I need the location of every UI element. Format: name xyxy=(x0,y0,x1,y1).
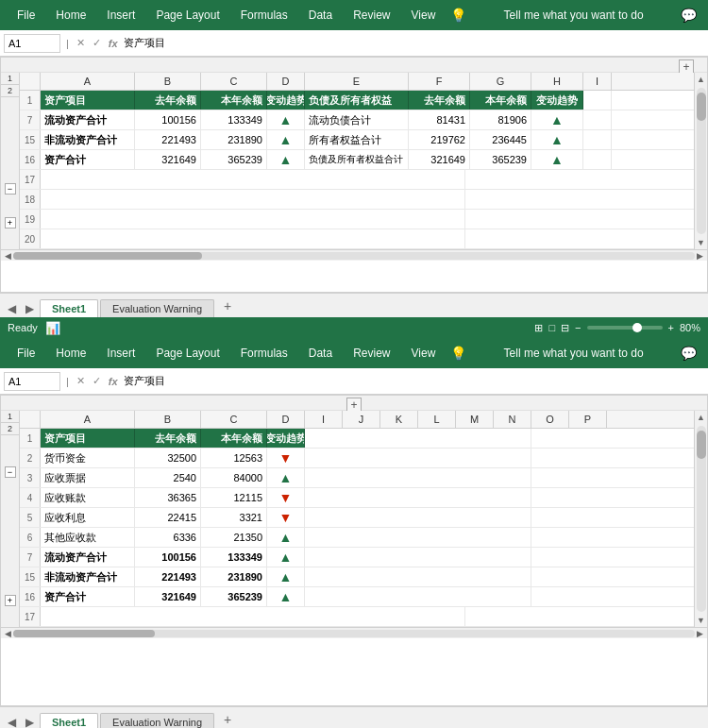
cell-B16-top[interactable]: 321649 xyxy=(135,150,201,169)
tell-me-box-bottom[interactable]: Tell me what you want to do xyxy=(472,347,675,360)
hscrollbar-top[interactable]: ◀ ▶ xyxy=(1,249,707,261)
cell-C1-bottom[interactable]: 本年余额 xyxy=(201,429,267,448)
cell-B15-bottom[interactable]: 221493 xyxy=(135,567,201,586)
col-N-bottom[interactable]: N xyxy=(494,411,531,428)
cell-E7-top[interactable]: 流动负债合计 xyxy=(305,110,409,129)
file-menu[interactable]: File xyxy=(8,5,44,25)
zoom-slider-top[interactable] xyxy=(587,326,663,330)
cell-D15-top[interactable]: ▲ xyxy=(267,130,305,149)
cell-C1-top[interactable]: 本年余额 xyxy=(201,91,267,110)
cell-D2-bottom[interactable]: ▼ xyxy=(267,449,305,467)
col-M-bottom[interactable]: M xyxy=(456,411,494,428)
cell-G15-top[interactable]: 236445 xyxy=(470,130,531,149)
cell-C15-bottom[interactable]: 231890 xyxy=(201,567,267,586)
cell-F16-top[interactable]: 321649 xyxy=(409,150,470,169)
sheet1-tab-bottom[interactable]: Sheet1 xyxy=(40,713,98,728)
cell-D1-top[interactable]: 变动趋势 xyxy=(267,91,305,110)
expand-btn2-top[interactable]: + xyxy=(5,217,16,229)
col-P-bottom[interactable]: P xyxy=(569,411,607,428)
insert-menu-bottom[interactable]: Insert xyxy=(97,343,144,364)
cell-E1-top[interactable]: 负债及所有者权益 xyxy=(305,91,409,110)
cell-H15-top[interactable]: ▲ xyxy=(531,130,583,149)
cell-A1-top[interactable]: 资产项目 xyxy=(41,91,135,110)
cell-B7-top[interactable]: 100156 xyxy=(135,110,201,129)
cell-C3-bottom[interactable]: 84000 xyxy=(201,468,267,487)
col-F-top[interactable]: F xyxy=(409,73,470,90)
cell-C7-bottom[interactable]: 133349 xyxy=(201,548,267,567)
col-A-top[interactable]: A xyxy=(41,73,135,90)
confirm-icon[interactable]: ✓ xyxy=(93,37,101,49)
cell-D7-top[interactable]: ▲ xyxy=(267,110,305,129)
tabs-nav-left-top[interactable]: ◀ xyxy=(4,300,20,317)
cell-B1-bottom[interactable]: 去年余额 xyxy=(135,429,201,448)
cell-B6-bottom[interactable]: 6336 xyxy=(135,528,201,547)
vscrollbar-bottom[interactable]: ▲ ▼ xyxy=(694,411,707,627)
cell-D4-bottom[interactable]: ▼ xyxy=(267,488,305,507)
level-2-bottom[interactable]: 2 xyxy=(1,423,19,435)
level-2-top[interactable]: 2 xyxy=(1,85,19,97)
col-D-top[interactable]: D xyxy=(267,73,305,90)
hscrollbar-bottom[interactable]: ◀ ▶ xyxy=(1,627,707,638)
cell-A7-top[interactable]: 流动资产合计 xyxy=(41,110,135,129)
sheet1-tab-top[interactable]: Sheet1 xyxy=(40,299,98,317)
tabs-nav-left-bottom[interactable]: ◀ xyxy=(4,714,20,728)
page-view-icon-top[interactable]: □ xyxy=(548,322,555,333)
col-H-top[interactable]: H xyxy=(531,73,583,90)
vscrollbar-top[interactable]: ▲ ▼ xyxy=(694,73,707,249)
col-B-bottom[interactable]: B xyxy=(135,411,201,428)
formula-input-top[interactable] xyxy=(124,38,704,49)
cell-B7-bottom[interactable]: 100156 xyxy=(135,548,201,567)
cell-F7-top[interactable]: 81431 xyxy=(409,110,470,129)
file-menu-bottom[interactable]: File xyxy=(8,343,44,364)
cell-B15-top[interactable]: 221493 xyxy=(135,130,201,149)
cell-E16-top[interactable]: 负债及所有者权益合计 xyxy=(305,150,409,169)
col-J-bottom[interactable]: J xyxy=(343,411,380,428)
col-G-top[interactable]: G xyxy=(470,73,531,90)
cell-C4-bottom[interactable]: 12115 xyxy=(201,488,267,507)
col-C-bottom[interactable]: C xyxy=(201,411,267,428)
tabs-nav-right-top[interactable]: ▶ xyxy=(22,300,38,317)
chat-icon-bottom[interactable]: 💬 xyxy=(681,346,697,361)
cell-H7-top[interactable]: ▲ xyxy=(531,110,583,129)
cell-C16-bottom[interactable]: 365239 xyxy=(201,587,267,606)
add-sheet-bottom[interactable]: + xyxy=(216,710,239,728)
zoom-minus-top[interactable]: − xyxy=(575,322,581,333)
tabs-nav-right-bottom[interactable]: ▶ xyxy=(22,714,38,728)
col-O-bottom[interactable]: O xyxy=(531,411,569,428)
cell-B2-bottom[interactable]: 32500 xyxy=(135,449,201,467)
review-menu[interactable]: Review xyxy=(344,5,399,25)
data-menu[interactable]: Data xyxy=(299,5,342,25)
home-menu-bottom[interactable]: Home xyxy=(46,343,95,364)
collapse-btn-bottom[interactable]: − xyxy=(5,466,16,478)
col-D-bottom[interactable]: D xyxy=(267,411,305,428)
cell-A16-bottom[interactable]: 资产合计 xyxy=(41,587,135,606)
cell-H1-top[interactable]: 变动趋势 xyxy=(531,91,583,110)
cell-C16-top[interactable]: 365239 xyxy=(201,150,267,169)
page-break-icon-top[interactable]: ⊟ xyxy=(561,322,569,334)
cell-A7-bottom[interactable]: 流动资产合计 xyxy=(41,548,135,567)
cell-C5-bottom[interactable]: 3321 xyxy=(201,508,267,527)
cancel-icon-bottom[interactable]: ✕ xyxy=(76,375,85,387)
chat-icon[interactable]: 💬 xyxy=(681,8,697,23)
cell-B3-bottom[interactable]: 2540 xyxy=(135,468,201,487)
add-sheet-top[interactable]: + xyxy=(216,296,239,315)
col-C-top[interactable]: C xyxy=(201,73,267,90)
eval-warning-tab-bottom[interactable]: Evaluation Warning xyxy=(100,713,214,728)
cell-A5-bottom[interactable]: 应收利息 xyxy=(41,508,135,527)
cell-A15-top[interactable]: 非流动资产合计 xyxy=(41,130,135,149)
grid-view-icon-top[interactable]: ⊞ xyxy=(534,322,543,334)
cell-D3-bottom[interactable]: ▲ xyxy=(267,468,305,487)
cell-D6-bottom[interactable]: ▲ xyxy=(267,528,305,547)
cell-C2-bottom[interactable]: 12563 xyxy=(201,449,267,467)
sheet-view-icon-top[interactable]: 📊 xyxy=(45,321,60,335)
cell-ref-top[interactable]: A1 xyxy=(4,34,60,53)
cell-ref-bottom[interactable]: A1 xyxy=(4,372,60,391)
zoom-plus-top[interactable]: + xyxy=(668,322,674,333)
cell-A15-bottom[interactable]: 非流动资产合计 xyxy=(41,567,135,586)
cell-F1-top[interactable]: 去年余额 xyxy=(409,91,470,110)
cell-C15-top[interactable]: 231890 xyxy=(201,130,267,149)
col-I-top[interactable]: I xyxy=(583,73,612,90)
col-B-top[interactable]: B xyxy=(135,73,201,90)
col-K-bottom[interactable]: K xyxy=(380,411,418,428)
cell-A2-bottom[interactable]: 货币资金 xyxy=(41,449,135,467)
